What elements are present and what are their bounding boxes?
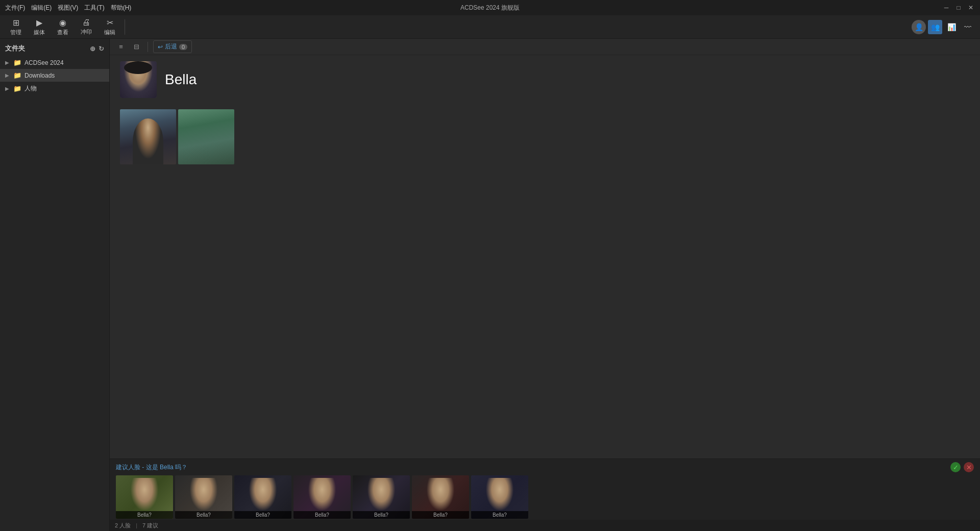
sidebar-header: 文件夹 ⊕ ↻ (0, 41, 109, 56)
photo-thumbnail[interactable] (178, 109, 234, 164)
suggestion-panel: 建议人脸 - 这是 Bella 吗？ ✓ ✕ Bella? Bella? Bel (110, 458, 980, 520)
folder-arrow-icon: ▶ (5, 73, 10, 78)
sidebar-refresh-icon[interactable]: ↻ (99, 45, 104, 53)
photo-image (120, 109, 176, 164)
sidebar-add-icon[interactable]: ⊕ (90, 45, 95, 53)
suggestion-label: Bella? (471, 511, 528, 519)
confirm-all-button[interactable]: ✓ (950, 462, 961, 472)
sidebar-title: 文件夹 (5, 44, 25, 53)
sidebar-header-icons: ⊕ ↻ (90, 45, 104, 53)
deny-all-button[interactable]: ✕ (964, 462, 974, 472)
window-controls: ─ □ ✕ (942, 4, 975, 12)
sidebar-item-people[interactable]: ▶ 📁 人物 (0, 82, 109, 95)
media-label: 媒体 (34, 29, 45, 36)
statusbar: 2 人脸 | 7 建议 (110, 520, 980, 531)
nav-icon-btn[interactable]: ≡ (115, 41, 127, 53)
face-avatar-image (120, 61, 157, 98)
main-toolbar: ⊞ 管理 ▶ 媒体 ◉ 查看 🖨 冲印 ✂ 编辑 👤 👥 📊 〰 (0, 15, 980, 39)
suggestion-thumb-2[interactable]: Bella? (175, 475, 232, 519)
back-arrow-icon: ↩ (158, 43, 163, 51)
suggestion-thumb-6[interactable]: Bella? (412, 475, 469, 519)
app-title: ACDSee 2024 旗舰版 (460, 4, 520, 12)
user-avatar[interactable]: 👤 (912, 20, 926, 34)
suggestion-label: Bella? (412, 511, 469, 519)
navigation-bar: ≡ ⊟ ↩ 后退 0 (110, 39, 980, 55)
face-silhouette (368, 478, 396, 511)
content-area: ≡ ⊟ ↩ 后退 0 Bella (110, 39, 980, 531)
manage-label: 管理 (10, 29, 21, 36)
face-silhouette (427, 478, 455, 511)
scissors-icon: ✂ (107, 18, 113, 28)
titlebar-menu: 文件(F) 编辑(E) 视图(V) 工具(T) 帮助(H) (5, 4, 131, 12)
face-name: Bella (165, 71, 197, 88)
suggestion-title: 建议人脸 - 这是 Bella 吗？ (116, 463, 187, 472)
close-button[interactable]: ✕ (967, 4, 975, 12)
print-icon: 🖨 (82, 18, 90, 27)
photo-thumbnail[interactable] (120, 109, 176, 164)
menu-edit[interactable]: 编辑(E) (31, 4, 52, 12)
suggestion-label: Bella? (175, 511, 232, 519)
face-header: Bella (110, 55, 980, 104)
suggestion-thumb-5[interactable]: Bella? (353, 475, 410, 519)
titlebar: 文件(F) 编辑(E) 视图(V) 工具(T) 帮助(H) ACDSee 202… (0, 0, 980, 15)
toolbar-sep (125, 19, 125, 35)
face-silhouette (308, 478, 336, 511)
menu-file[interactable]: 文件(F) (5, 4, 25, 12)
sidebar-item-acdsee[interactable]: ▶ 📁 ACDSee 2024 (0, 56, 109, 69)
folder-icon: 📁 (13, 59, 21, 66)
view-label: 查看 (57, 29, 68, 36)
suggestion-thumb-1[interactable]: Bella? (116, 475, 173, 519)
folder-arrow-icon: ▶ (5, 86, 10, 91)
sidebar: 文件夹 ⊕ ↻ ▶ 📁 ACDSee 2024 ▶ 📁 Downloads ▶ … (0, 39, 110, 531)
suggestion-thumbnails: Bella? Bella? Bella? Bella? Bella? (110, 475, 980, 519)
manage-icon: ⊞ (13, 18, 19, 28)
face-silhouette (486, 478, 514, 511)
status-sep: | (136, 522, 137, 528)
maximize-button[interactable]: □ (954, 4, 963, 12)
face-silhouette (190, 478, 218, 511)
sidebar-item-label: Downloads (24, 72, 55, 79)
suggestion-label: Bella? (353, 511, 410, 519)
edit-label: 编辑 (104, 29, 115, 36)
suggestion-label: Bella? (234, 511, 291, 519)
print-button[interactable]: 🖨 冲印 (76, 16, 97, 38)
folder-arrow-icon: ▶ (5, 60, 10, 65)
sidebar-item-label: ACDSee 2024 (24, 59, 64, 66)
folder-icon: 📁 (13, 71, 21, 79)
back-button[interactable]: ↩ 后退 0 (153, 40, 192, 53)
back-label: 后退 (165, 42, 177, 51)
nav-sep (148, 42, 148, 52)
face-silhouette (249, 478, 277, 511)
media-button[interactable]: ▶ 媒体 (29, 16, 50, 38)
face-count: 2 人脸 (115, 522, 131, 529)
suggestion-thumb-3[interactable]: Bella? (234, 475, 291, 519)
toolbar-right: 👤 👥 📊 〰 (912, 20, 975, 34)
grid-view-btn[interactable]: ⊟ (130, 41, 142, 53)
stats-button[interactable]: 📊 (944, 20, 959, 34)
activity-button[interactable]: 〰 (961, 20, 975, 34)
back-count: 0 (179, 44, 187, 50)
suggestion-label: Bella? (116, 511, 173, 519)
folder-icon: 📁 (13, 85, 21, 92)
sidebar-item-label: 人物 (24, 84, 37, 93)
suggestion-header: 建议人脸 - 这是 Bella 吗？ ✓ ✕ (110, 459, 980, 475)
view-button[interactable]: ◉ 查看 (52, 16, 74, 38)
main-area: 文件夹 ⊕ ↻ ▶ 📁 ACDSee 2024 ▶ 📁 Downloads ▶ … (0, 39, 980, 531)
minimize-button[interactable]: ─ (942, 4, 950, 12)
people-view-button[interactable]: 👥 (928, 20, 942, 34)
sidebar-item-downloads[interactable]: ▶ 📁 Downloads (0, 69, 109, 82)
face-avatar (120, 61, 157, 98)
menu-view[interactable]: 视图(V) (58, 4, 78, 12)
suggestion-label: Bella? (293, 511, 351, 519)
edit-button[interactable]: ✂ 编辑 (99, 16, 120, 38)
photo-image (178, 109, 234, 164)
suggestion-count: 7 建议 (142, 522, 158, 529)
suggestion-actions: ✓ ✕ (950, 462, 974, 472)
suggestion-thumb-7[interactable]: Bella? (471, 475, 528, 519)
suggestion-thumb-4[interactable]: Bella? (293, 475, 351, 519)
media-icon: ▶ (36, 18, 42, 28)
menu-tools[interactable]: 工具(T) (84, 4, 104, 12)
face-silhouette (131, 478, 159, 511)
manage-button[interactable]: ⊞ 管理 (5, 16, 27, 38)
menu-help[interactable]: 帮助(H) (111, 4, 132, 12)
